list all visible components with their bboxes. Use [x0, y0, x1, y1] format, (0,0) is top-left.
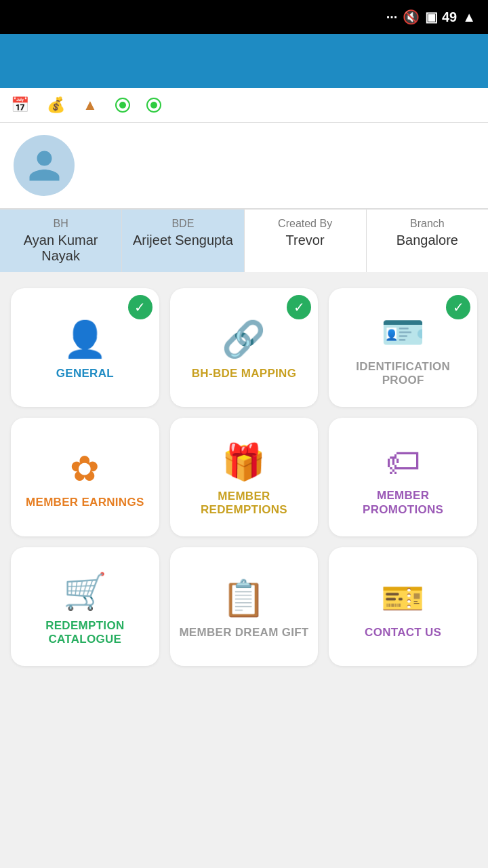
- grid-card-member-redemptions[interactable]: 🎁 MEMBER REDEMPTIONS: [170, 418, 319, 536]
- tier-icon: ▲: [83, 96, 98, 114]
- role-name-1: Arijeet Sengupta: [133, 233, 233, 248]
- verified-indicator: [146, 98, 161, 113]
- card-label-redemption-catalogue: REDEMPTION CATALOGUE: [18, 619, 152, 647]
- card-label-member-redemptions: MEMBER REDEMPTIONS: [177, 490, 312, 517]
- card-label-member-dream-gift: MEMBER DREAM GIFT: [179, 626, 308, 639]
- role-tag-1: BDE Arijeet Sengupta: [122, 210, 244, 272]
- card-label-member-earnings: MEMBER EARNINGS: [26, 496, 144, 509]
- check-badge-general: ✓: [128, 295, 152, 319]
- role-tag-0: BH Ayan KumarNayak: [0, 210, 122, 272]
- card-icon-member-redemptions: 🎁: [222, 441, 266, 483]
- grid-card-redemption-catalogue[interactable]: 🛒 REDEMPTION CATALOGUE: [11, 547, 159, 666]
- card-label-bh-bde-mapping: BH-BDE MAPPING: [192, 367, 296, 380]
- grid-card-contact-us[interactable]: 🎫 CONTACT US: [329, 547, 477, 666]
- card-icon-redemption-catalogue: 🛒: [63, 571, 107, 612]
- check-badge-identification-proof: ✓: [446, 295, 470, 319]
- role-name-2: Trevor: [286, 233, 325, 248]
- date-item: 📅: [11, 96, 35, 114]
- check-badge-bh-bde-mapping: ✓: [287, 295, 311, 319]
- card-label-member-promotions: MEMBER PROMOTIONS: [336, 489, 470, 517]
- role-label-3: Branch: [372, 218, 483, 230]
- card-icon-contact-us: 🎫: [381, 578, 425, 619]
- mute-icon: 🔇: [403, 9, 420, 25]
- points-item: 💰: [47, 96, 70, 114]
- calendar-icon: 📅: [11, 96, 29, 114]
- card-label-identification-proof: IDENTIFICATION PROOF: [336, 360, 470, 388]
- role-label-0: BH: [5, 218, 116, 230]
- grid-card-identification-proof[interactable]: ✓ 🪪 IDENTIFICATION PROOF: [329, 288, 477, 407]
- role-tag-2: Created By Trevor: [245, 210, 367, 272]
- status-icons: ··· 🔇 ▣ 49 ▲: [386, 9, 476, 25]
- card-icon-member-earnings: ✿: [70, 448, 100, 489]
- active-indicator: [115, 98, 130, 113]
- profile-card: [0, 123, 488, 209]
- role-label-2: Created By: [250, 218, 361, 230]
- card-label-general: GENERAL: [56, 367, 114, 380]
- card-icon-general: 👤: [63, 319, 107, 360]
- grid-card-member-dream-gift[interactable]: 📋 MEMBER DREAM GIFT: [170, 547, 319, 666]
- card-label-contact-us: CONTACT US: [365, 626, 441, 639]
- avatar-icon: [26, 147, 63, 184]
- role-name-0: Ayan KumarNayak: [24, 233, 98, 263]
- grid-card-bh-bde-mapping[interactable]: ✓ 🔗 BH-BDE MAPPING: [170, 288, 319, 407]
- role-label-1: BDE: [127, 218, 238, 230]
- card-icon-bh-bde-mapping: 🔗: [222, 319, 266, 360]
- grid-card-general[interactable]: ✓ 👤 GENERAL: [11, 288, 159, 407]
- points-icon: 💰: [47, 96, 65, 114]
- verified-badge: [146, 98, 165, 113]
- role-tag-3: Branch Bangalore: [367, 210, 488, 272]
- card-icon-member-dream-gift: 📋: [222, 578, 266, 619]
- wifi-icon: ▲: [462, 9, 476, 25]
- active-badge: [115, 98, 134, 113]
- role-name-3: Bangalore: [396, 233, 458, 248]
- card-icon-member-promotions: 🏷: [386, 441, 421, 482]
- app-header: [0, 34, 488, 88]
- status-bar: ··· 🔇 ▣ 49 ▲: [0, 0, 488, 34]
- grid-card-member-promotions[interactable]: 🏷 MEMBER PROMOTIONS: [329, 418, 477, 536]
- battery-icon: ▣ 49: [425, 9, 457, 25]
- grid-section: ✓ 👤 GENERAL ✓ 🔗 BH-BDE MAPPING ✓ 🪪 IDENT…: [0, 272, 488, 682]
- role-tags: BH Ayan KumarNayak BDE Arijeet Sengupta …: [0, 209, 488, 272]
- signal-icon: ···: [386, 9, 398, 25]
- info-bar: 📅 💰 ▲: [0, 88, 488, 123]
- avatar: [14, 135, 75, 196]
- card-icon-identification-proof: 🪪: [381, 312, 425, 353]
- grid-card-member-earnings[interactable]: ✿ MEMBER EARNINGS: [11, 418, 159, 536]
- tier-item: ▲: [83, 96, 103, 114]
